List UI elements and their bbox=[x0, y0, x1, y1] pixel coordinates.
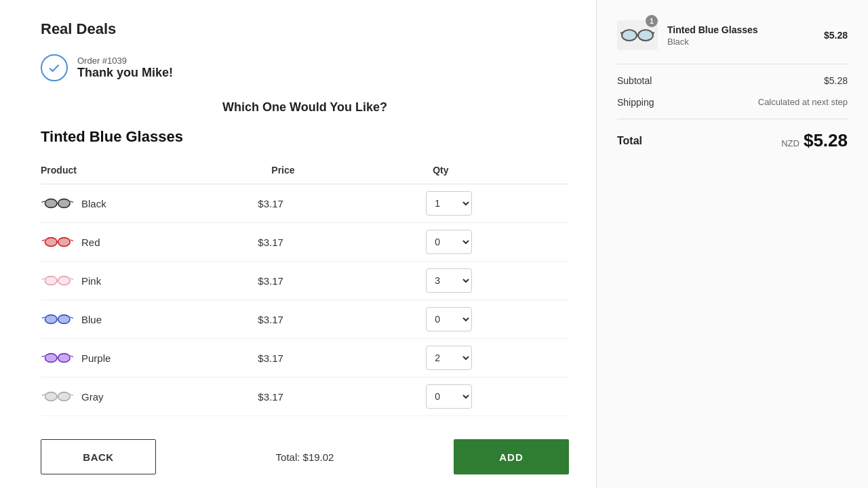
order-confirmation: Order #1039 Thank you Mike! bbox=[41, 54, 569, 81]
glasses-image-gray bbox=[41, 386, 73, 407]
svg-point-15 bbox=[45, 315, 57, 324]
svg-line-29 bbox=[70, 394, 73, 396]
price-cell-red: $3.17 bbox=[258, 223, 426, 262]
shipping-row: Shipping Calculated at next step bbox=[617, 97, 848, 108]
add-button[interactable]: ADD bbox=[454, 439, 569, 474]
product-cell-purple: Purple bbox=[41, 339, 258, 378]
svg-line-9 bbox=[70, 240, 73, 241]
svg-line-19 bbox=[70, 317, 73, 319]
order-info: Order #1039 Thank you Mike! bbox=[77, 56, 173, 80]
qty-select-black[interactable]: 012345 bbox=[426, 191, 472, 216]
product-cell-blue: Blue bbox=[41, 300, 258, 339]
section-question: Which One Would You Like? bbox=[41, 100, 569, 115]
price-cell-gray: $3.17 bbox=[258, 378, 426, 416]
svg-line-4 bbox=[70, 201, 73, 203]
table-row: Blue $3.17 012345 bbox=[41, 300, 569, 339]
cart-item-price: $5.28 bbox=[824, 30, 848, 41]
qty-select-pink[interactable]: 012345 bbox=[426, 268, 472, 293]
svg-point-5 bbox=[45, 238, 57, 247]
svg-line-14 bbox=[70, 279, 73, 280]
svg-point-20 bbox=[45, 354, 57, 363]
qty-cell-red: 012345 bbox=[426, 223, 569, 262]
subtotal-row: Subtotal $5.28 bbox=[617, 75, 848, 86]
svg-line-23 bbox=[42, 356, 45, 357]
svg-line-24 bbox=[70, 356, 73, 357]
cart-item-info: Tinted Blue Glasses Black bbox=[667, 24, 814, 47]
product-name-purple: Purple bbox=[81, 352, 111, 364]
price-cell-purple: $3.17 bbox=[258, 339, 426, 378]
check-circle-icon bbox=[41, 54, 68, 81]
product-cell-red: Red bbox=[41, 223, 258, 262]
product-cell-gray: Gray bbox=[41, 378, 258, 416]
thank-you-message: Thank you Mike! bbox=[77, 66, 173, 80]
shipping-label: Shipping bbox=[617, 97, 654, 108]
svg-point-1 bbox=[58, 199, 71, 208]
glasses-image-red bbox=[41, 231, 73, 253]
cart-item-variant: Black bbox=[667, 37, 814, 47]
shipping-value: Calculated at next step bbox=[758, 97, 848, 108]
qty-cell-gray: 012345 bbox=[426, 378, 569, 416]
svg-line-18 bbox=[42, 317, 45, 319]
table-row: Gray $3.17 012345 bbox=[41, 378, 569, 416]
svg-line-8 bbox=[42, 240, 45, 241]
svg-point-6 bbox=[58, 238, 71, 247]
total-label: Total bbox=[617, 135, 642, 147]
price-col-header: Price bbox=[258, 159, 426, 184]
qty-select-purple[interactable]: 012345 bbox=[426, 346, 472, 370]
svg-point-21 bbox=[58, 354, 71, 363]
product-name-pink: Pink bbox=[81, 275, 101, 287]
store-name: Real Deals bbox=[41, 20, 569, 38]
right-panel: 1 Tinted Blue Glasses Black $5.28 Subtot… bbox=[597, 0, 868, 488]
svg-line-28 bbox=[42, 394, 45, 396]
price-cell-blue: $3.17 bbox=[258, 300, 426, 339]
bottom-bar: BACK Total: $19.02 ADD bbox=[41, 432, 569, 474]
product-cell-pink: Pink bbox=[41, 262, 258, 300]
product-cell-black: Black bbox=[41, 184, 258, 223]
svg-point-30 bbox=[622, 30, 637, 41]
qty-select-gray[interactable]: 012345 bbox=[426, 384, 472, 409]
glasses-image-purple bbox=[41, 347, 73, 369]
table-row: Red $3.17 012345 bbox=[41, 223, 569, 262]
qty-col-header: Qty bbox=[426, 159, 569, 184]
product-name-red: Red bbox=[81, 237, 100, 248]
product-col-header: Product bbox=[41, 159, 258, 184]
svg-point-0 bbox=[45, 199, 57, 208]
qty-select-blue[interactable]: 012345 bbox=[426, 307, 472, 331]
qty-cell-pink: 012345 bbox=[426, 262, 569, 300]
svg-point-16 bbox=[58, 315, 71, 324]
product-name-gray: Gray bbox=[81, 391, 104, 403]
subtotal-value: $5.28 bbox=[824, 75, 848, 86]
price-cell-black: $3.17 bbox=[258, 184, 426, 223]
svg-point-11 bbox=[58, 277, 71, 285]
table-row: Pink $3.17 012345 bbox=[41, 262, 569, 300]
subtotal-label: Subtotal bbox=[617, 75, 652, 86]
svg-point-26 bbox=[58, 392, 71, 401]
svg-point-25 bbox=[45, 392, 57, 401]
svg-point-31 bbox=[638, 30, 653, 41]
total-currency: NZD bbox=[781, 138, 800, 148]
left-panel: Real Deals Order #1039 Thank you Mike! W… bbox=[0, 0, 597, 488]
cart-badge: 1 bbox=[646, 15, 658, 27]
price-cell-pink: $3.17 bbox=[258, 262, 426, 300]
cart-item: 1 Tinted Blue Glasses Black $5.28 bbox=[617, 20, 848, 64]
svg-line-3 bbox=[42, 201, 45, 203]
back-button[interactable]: BACK bbox=[41, 439, 156, 474]
qty-cell-black: 012345 bbox=[426, 184, 569, 223]
product-title: Tinted Blue Glasses bbox=[41, 128, 569, 146]
product-name-black: Black bbox=[81, 198, 106, 209]
svg-point-10 bbox=[45, 277, 57, 285]
total-value: $5.28 bbox=[804, 130, 848, 151]
order-number: Order #1039 bbox=[77, 56, 173, 66]
glasses-image-pink bbox=[41, 270, 73, 291]
qty-select-red[interactable]: 012345 bbox=[426, 230, 472, 254]
svg-line-13 bbox=[42, 279, 45, 280]
cart-item-name: Tinted Blue Glasses bbox=[667, 24, 814, 35]
table-row: Purple $3.17 012345 bbox=[41, 339, 569, 378]
total-amount: NZD $5.28 bbox=[781, 130, 848, 151]
total-row: Total NZD $5.28 bbox=[617, 119, 848, 151]
qty-cell-blue: 012345 bbox=[426, 300, 569, 339]
product-name-blue: Blue bbox=[81, 314, 102, 325]
glasses-image-black bbox=[41, 192, 73, 214]
total-display: Total: $19.02 bbox=[170, 451, 440, 463]
table-row: Black $3.17 012345 bbox=[41, 184, 569, 223]
